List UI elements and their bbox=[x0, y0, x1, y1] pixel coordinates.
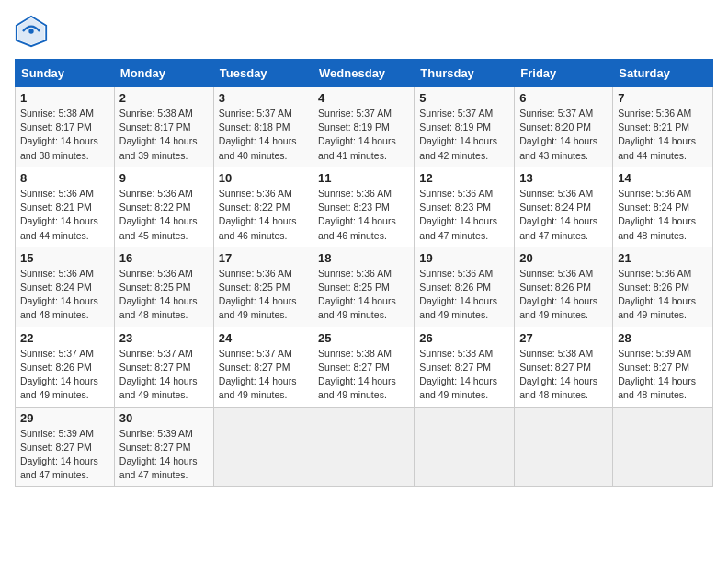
calendar-row: 1Sunrise: 5:38 AM Sunset: 8:17 PM Daylig… bbox=[16, 87, 713, 167]
day-number: 1 bbox=[20, 91, 109, 105]
calendar-cell: 23Sunrise: 5:37 AM Sunset: 8:27 PM Dayli… bbox=[114, 327, 213, 407]
day-number: 25 bbox=[318, 331, 409, 345]
calendar-table: SundayMondayTuesdayWednesdayThursdayFrid… bbox=[15, 59, 713, 487]
calendar-cell: 1Sunrise: 5:38 AM Sunset: 8:17 PM Daylig… bbox=[16, 87, 115, 167]
header-cell-thursday: Thursday bbox=[415, 60, 515, 87]
calendar-cell bbox=[415, 407, 515, 487]
day-info: Sunrise: 5:36 AM Sunset: 8:26 PM Dayligh… bbox=[618, 267, 708, 323]
calendar-cell: 27Sunrise: 5:38 AM Sunset: 8:27 PM Dayli… bbox=[515, 327, 613, 407]
day-number: 3 bbox=[219, 91, 308, 105]
calendar-cell: 29Sunrise: 5:39 AM Sunset: 8:27 PM Dayli… bbox=[16, 407, 115, 487]
day-number: 22 bbox=[20, 331, 109, 345]
page-header bbox=[15, 15, 713, 48]
day-number: 23 bbox=[119, 331, 209, 345]
day-number: 18 bbox=[318, 251, 409, 265]
calendar-cell: 15Sunrise: 5:36 AM Sunset: 8:24 PM Dayli… bbox=[16, 247, 115, 327]
calendar-cell: 11Sunrise: 5:36 AM Sunset: 8:23 PM Dayli… bbox=[313, 167, 415, 247]
calendar-cell: 14Sunrise: 5:36 AM Sunset: 8:24 PM Dayli… bbox=[613, 167, 713, 247]
day-info: Sunrise: 5:36 AM Sunset: 8:22 PM Dayligh… bbox=[219, 187, 308, 243]
day-number: 30 bbox=[119, 411, 209, 425]
day-number: 24 bbox=[219, 331, 308, 345]
day-number: 14 bbox=[618, 171, 708, 185]
day-info: Sunrise: 5:37 AM Sunset: 8:19 PM Dayligh… bbox=[419, 107, 509, 163]
calendar-cell: 7Sunrise: 5:36 AM Sunset: 8:21 PM Daylig… bbox=[613, 87, 713, 167]
day-number: 12 bbox=[419, 171, 509, 185]
day-info: Sunrise: 5:38 AM Sunset: 8:27 PM Dayligh… bbox=[318, 347, 409, 403]
day-number: 13 bbox=[519, 171, 608, 185]
calendar-cell: 21Sunrise: 5:36 AM Sunset: 8:26 PM Dayli… bbox=[613, 247, 713, 327]
calendar-cell: 20Sunrise: 5:36 AM Sunset: 8:26 PM Dayli… bbox=[515, 247, 613, 327]
calendar-cell: 8Sunrise: 5:36 AM Sunset: 8:21 PM Daylig… bbox=[16, 167, 115, 247]
header-cell-saturday: Saturday bbox=[613, 60, 713, 87]
calendar-cell: 22Sunrise: 5:37 AM Sunset: 8:26 PM Dayli… bbox=[16, 327, 115, 407]
day-info: Sunrise: 5:37 AM Sunset: 8:27 PM Dayligh… bbox=[219, 347, 308, 403]
day-info: Sunrise: 5:37 AM Sunset: 8:26 PM Dayligh… bbox=[20, 347, 109, 403]
svg-point-2 bbox=[28, 29, 33, 33]
calendar-row: 8Sunrise: 5:36 AM Sunset: 8:21 PM Daylig… bbox=[16, 167, 713, 247]
calendar-cell bbox=[613, 407, 713, 487]
logo bbox=[15, 15, 53, 48]
calendar-cell: 16Sunrise: 5:36 AM Sunset: 8:25 PM Dayli… bbox=[114, 247, 213, 327]
day-info: Sunrise: 5:36 AM Sunset: 8:24 PM Dayligh… bbox=[618, 187, 708, 243]
day-info: Sunrise: 5:36 AM Sunset: 8:25 PM Dayligh… bbox=[219, 267, 308, 323]
day-info: Sunrise: 5:39 AM Sunset: 8:27 PM Dayligh… bbox=[618, 347, 708, 403]
calendar-cell: 12Sunrise: 5:36 AM Sunset: 8:23 PM Dayli… bbox=[415, 167, 515, 247]
day-info: Sunrise: 5:36 AM Sunset: 8:22 PM Dayligh… bbox=[119, 187, 209, 243]
day-info: Sunrise: 5:36 AM Sunset: 8:23 PM Dayligh… bbox=[419, 187, 509, 243]
calendar-cell: 19Sunrise: 5:36 AM Sunset: 8:26 PM Dayli… bbox=[415, 247, 515, 327]
calendar-cell bbox=[313, 407, 415, 487]
day-info: Sunrise: 5:39 AM Sunset: 8:27 PM Dayligh… bbox=[20, 427, 109, 483]
calendar-row: 29Sunrise: 5:39 AM Sunset: 8:27 PM Dayli… bbox=[16, 407, 713, 487]
day-number: 16 bbox=[119, 251, 209, 265]
day-number: 11 bbox=[318, 171, 409, 185]
calendar-cell: 24Sunrise: 5:37 AM Sunset: 8:27 PM Dayli… bbox=[213, 327, 313, 407]
day-info: Sunrise: 5:37 AM Sunset: 8:20 PM Dayligh… bbox=[519, 107, 608, 163]
calendar-cell: 4Sunrise: 5:37 AM Sunset: 8:19 PM Daylig… bbox=[313, 87, 415, 167]
header-cell-monday: Monday bbox=[114, 60, 213, 87]
day-number: 21 bbox=[618, 251, 708, 265]
day-info: Sunrise: 5:36 AM Sunset: 8:21 PM Dayligh… bbox=[20, 187, 109, 243]
calendar-cell: 2Sunrise: 5:38 AM Sunset: 8:17 PM Daylig… bbox=[114, 87, 213, 167]
day-info: Sunrise: 5:36 AM Sunset: 8:21 PM Dayligh… bbox=[618, 107, 708, 163]
day-number: 10 bbox=[219, 171, 308, 185]
calendar-cell: 9Sunrise: 5:36 AM Sunset: 8:22 PM Daylig… bbox=[114, 167, 213, 247]
day-number: 7 bbox=[618, 91, 708, 105]
calendar-cell: 13Sunrise: 5:36 AM Sunset: 8:24 PM Dayli… bbox=[515, 167, 613, 247]
calendar-row: 15Sunrise: 5:36 AM Sunset: 8:24 PM Dayli… bbox=[16, 247, 713, 327]
calendar-cell: 18Sunrise: 5:36 AM Sunset: 8:25 PM Dayli… bbox=[313, 247, 415, 327]
day-number: 29 bbox=[20, 411, 109, 425]
header-cell-sunday: Sunday bbox=[16, 60, 115, 87]
calendar-cell: 6Sunrise: 5:37 AM Sunset: 8:20 PM Daylig… bbox=[515, 87, 613, 167]
day-number: 6 bbox=[519, 91, 608, 105]
day-number: 2 bbox=[119, 91, 209, 105]
day-number: 19 bbox=[419, 251, 509, 265]
day-info: Sunrise: 5:36 AM Sunset: 8:26 PM Dayligh… bbox=[419, 267, 509, 323]
header-row: SundayMondayTuesdayWednesdayThursdayFrid… bbox=[16, 60, 713, 87]
header-cell-friday: Friday bbox=[515, 60, 613, 87]
calendar-cell: 25Sunrise: 5:38 AM Sunset: 8:27 PM Dayli… bbox=[313, 327, 415, 407]
calendar-cell: 3Sunrise: 5:37 AM Sunset: 8:18 PM Daylig… bbox=[213, 87, 313, 167]
day-info: Sunrise: 5:36 AM Sunset: 8:26 PM Dayligh… bbox=[519, 267, 608, 323]
day-number: 8 bbox=[20, 171, 109, 185]
day-info: Sunrise: 5:36 AM Sunset: 8:25 PM Dayligh… bbox=[318, 267, 409, 323]
day-info: Sunrise: 5:38 AM Sunset: 8:27 PM Dayligh… bbox=[519, 347, 608, 403]
calendar-cell: 30Sunrise: 5:39 AM Sunset: 8:27 PM Dayli… bbox=[114, 407, 213, 487]
day-info: Sunrise: 5:37 AM Sunset: 8:18 PM Dayligh… bbox=[219, 107, 308, 163]
day-number: 5 bbox=[419, 91, 509, 105]
calendar-cell bbox=[213, 407, 313, 487]
day-number: 26 bbox=[419, 331, 509, 345]
calendar-cell: 5Sunrise: 5:37 AM Sunset: 8:19 PM Daylig… bbox=[415, 87, 515, 167]
calendar-cell bbox=[515, 407, 613, 487]
header-cell-wednesday: Wednesday bbox=[313, 60, 415, 87]
calendar-cell: 28Sunrise: 5:39 AM Sunset: 8:27 PM Dayli… bbox=[613, 327, 713, 407]
day-number: 27 bbox=[519, 331, 608, 345]
day-info: Sunrise: 5:38 AM Sunset: 8:17 PM Dayligh… bbox=[20, 107, 109, 163]
day-info: Sunrise: 5:37 AM Sunset: 8:19 PM Dayligh… bbox=[318, 107, 409, 163]
calendar-cell: 26Sunrise: 5:38 AM Sunset: 8:27 PM Dayli… bbox=[415, 327, 515, 407]
day-number: 20 bbox=[519, 251, 608, 265]
day-info: Sunrise: 5:38 AM Sunset: 8:17 PM Dayligh… bbox=[119, 107, 209, 163]
logo-icon bbox=[15, 15, 48, 48]
day-info: Sunrise: 5:36 AM Sunset: 8:23 PM Dayligh… bbox=[318, 187, 409, 243]
day-number: 17 bbox=[219, 251, 308, 265]
calendar-cell: 10Sunrise: 5:36 AM Sunset: 8:22 PM Dayli… bbox=[213, 167, 313, 247]
